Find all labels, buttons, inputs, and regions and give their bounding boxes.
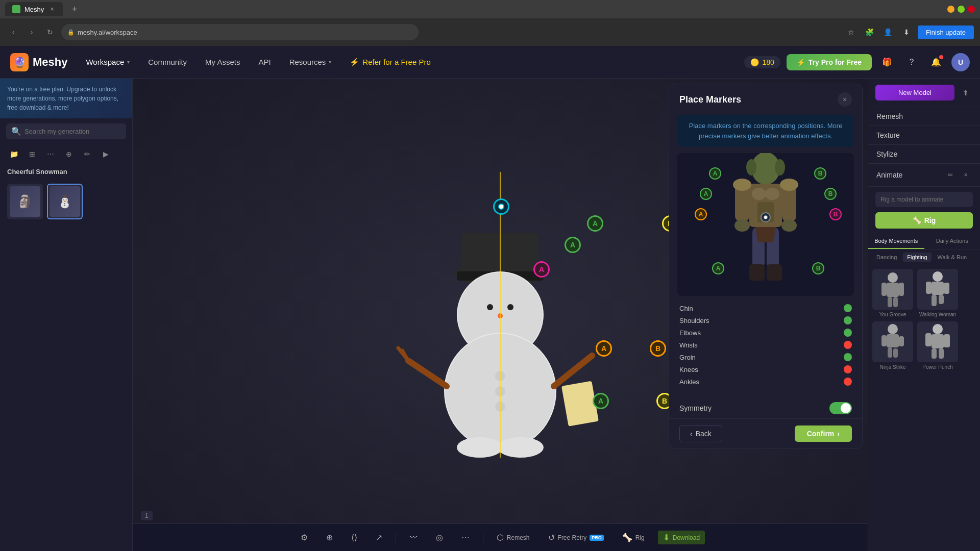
address-bar[interactable]: 🔒 meshy.ai/workspace xyxy=(61,24,419,40)
modal-marker-a-elbow[interactable]: A xyxy=(695,208,707,220)
viewport-3d[interactable]: A B A B A B A B A B xyxy=(133,79,868,551)
nav-community[interactable]: Community xyxy=(140,54,195,70)
nav-api[interactable]: API xyxy=(250,54,279,70)
search-input-wrap[interactable]: 🔍 xyxy=(6,123,126,139)
marker-right-wrist[interactable]: B xyxy=(650,340,666,357)
back-button[interactable]: ‹ xyxy=(6,25,20,39)
help-icon-button[interactable]: ? xyxy=(902,53,921,71)
browser-titlebar: Meshy × + xyxy=(0,0,980,18)
anim-preview-label-2: Walking Woman xyxy=(917,312,958,317)
upload-icon-button[interactable]: ⬆ xyxy=(959,86,973,100)
vp-download-button[interactable]: ⬇ Download xyxy=(658,531,705,544)
marker-left-elbow[interactable]: A xyxy=(533,261,550,278)
marker-hat-left[interactable]: A xyxy=(587,215,603,232)
vp-remesh-button[interactable]: ⬡ Remesh xyxy=(492,531,535,544)
marker-left-foot[interactable]: A xyxy=(593,393,609,409)
anim-preview-2[interactable]: Walking Woman xyxy=(917,269,958,317)
forward-button[interactable]: › xyxy=(24,25,39,39)
minimize-button[interactable] xyxy=(947,6,954,13)
modal-marker-groin-a[interactable]: A xyxy=(712,262,724,274)
nav-my-assets[interactable]: My Assets xyxy=(197,54,248,70)
modal-marker-groin-b[interactable]: B xyxy=(812,262,824,274)
rig-input[interactable] xyxy=(875,192,973,207)
edit-icon-button[interactable]: ✏ xyxy=(80,146,95,162)
vp-tool-4[interactable]: ↗ xyxy=(371,531,387,544)
nav-workspace[interactable]: Workspace ▾ xyxy=(78,54,138,70)
anim-preview-1[interactable]: You Groove xyxy=(872,269,913,317)
logo-text: Meshy xyxy=(33,56,67,69)
rig-button[interactable]: 🦴 Rig xyxy=(875,212,973,229)
profile-icon[interactable]: 👤 xyxy=(881,25,895,39)
new-tab-button[interactable]: + xyxy=(67,2,82,16)
refer-button[interactable]: ⚡ Refer for a Free Pro xyxy=(341,54,438,71)
browser-toolbar: ‹ › ↻ 🔒 meshy.ai/workspace ☆ 🧩 👤 ⬇ Finis… xyxy=(0,18,980,46)
menu-item-stylize[interactable]: Stylize xyxy=(868,145,980,164)
tab-title: Meshy xyxy=(24,6,44,13)
download-icon[interactable]: ⬇ xyxy=(899,25,914,39)
vp-tool-2[interactable]: ⊕ xyxy=(321,531,338,544)
modal-close-button[interactable]: × xyxy=(838,92,852,107)
tab-close-button[interactable]: × xyxy=(48,5,56,13)
animate-edit-button[interactable]: ✏ xyxy=(944,169,957,181)
close-button[interactable] xyxy=(968,6,975,13)
apps-icon-button[interactable]: ⋯ xyxy=(43,146,58,162)
marker-head-top[interactable] xyxy=(493,198,509,215)
modal-marker-a1[interactable]: A xyxy=(709,167,721,180)
vp-rig-button[interactable]: 🦴 Rig xyxy=(617,531,650,544)
anim-preview-3[interactable]: Ninja Strike xyxy=(872,321,913,370)
marker-left-wrist[interactable]: A xyxy=(596,340,612,357)
folder-icon-button[interactable]: 📁 xyxy=(6,146,21,162)
menu-item-remesh[interactable]: Remesh xyxy=(868,107,980,126)
vp-tool-3[interactable]: ⟨⟩ xyxy=(346,531,362,544)
svg-rect-42 xyxy=(887,283,899,297)
search-icon: 🔍 xyxy=(11,127,21,136)
vp-tool-7[interactable]: ⋯ xyxy=(456,531,475,544)
modal-marker-b2[interactable]: B xyxy=(824,188,837,200)
pro-badge: PRO xyxy=(590,535,604,541)
subtab-dancing[interactable]: Dancing xyxy=(872,253,901,262)
anim-preview-4[interactable]: Power Punch xyxy=(917,321,958,370)
reload-button[interactable]: ↻ xyxy=(43,25,57,39)
modal-marker-a2[interactable]: A xyxy=(700,188,712,200)
maximize-button[interactable] xyxy=(958,6,965,13)
animate-row: Animate ✏ × xyxy=(868,164,980,187)
anim-preview-label-4: Power Punch xyxy=(917,364,958,370)
model-thumbnail-1[interactable]: 🗿 xyxy=(7,184,43,219)
subtab-walk-run[interactable]: Walk & Run xyxy=(934,253,971,262)
svg-point-39 xyxy=(733,179,751,191)
symmetry-row: Symmetry xyxy=(669,398,862,418)
search-input[interactable] xyxy=(24,128,121,135)
nav-resources[interactable]: Resources ▾ xyxy=(281,54,340,70)
modal-marker-b1[interactable]: B xyxy=(814,167,826,180)
subtab-fighting[interactable]: Fighting xyxy=(903,253,931,262)
try-pro-button[interactable]: ⚡ Try Pro for Free xyxy=(787,54,872,70)
user-avatar[interactable]: U xyxy=(951,53,970,71)
symmetry-toggle[interactable] xyxy=(829,402,852,414)
run-icon-button[interactable]: ▶ xyxy=(98,146,113,162)
browser-tab[interactable]: Meshy × xyxy=(5,2,63,16)
new-model-button[interactable]: New Model xyxy=(875,85,954,101)
menu-item-texture[interactable]: Texture xyxy=(868,126,980,145)
vp-tool-5[interactable]: 〰 xyxy=(404,531,423,544)
anim-tab-daily[interactable]: Daily Actions xyxy=(924,234,981,249)
vp-free-retry-button[interactable]: ↺ Free Retry PRO xyxy=(543,531,609,544)
finish-update-button[interactable]: Finish update xyxy=(918,26,974,39)
svg-rect-45 xyxy=(888,297,892,307)
anim-tab-body[interactable]: Body Movements xyxy=(868,234,924,249)
vp-tool-6[interactable]: ◎ xyxy=(431,531,448,544)
modal-marker-b-elbow[interactable]: B xyxy=(829,208,842,220)
bookmark-icon[interactable]: ☆ xyxy=(844,25,859,39)
back-button[interactable]: ‹ Back xyxy=(679,425,722,442)
grid-icon-button[interactable]: ⊞ xyxy=(24,146,40,162)
left-sidebar: You're on a free plan. Upgrade to unlock… xyxy=(0,79,133,551)
notification-button[interactable]: 🔔 xyxy=(927,53,945,71)
gift-icon-button[interactable]: 🎁 xyxy=(878,53,896,71)
marker-status-chin xyxy=(844,304,852,312)
model-thumbnail-2[interactable]: ⛄ xyxy=(47,184,83,219)
animate-close-button[interactable]: × xyxy=(960,169,972,181)
marker-left-shoulder[interactable]: A xyxy=(565,237,581,253)
extensions-icon[interactable]: 🧩 xyxy=(863,25,877,39)
add-icon-button[interactable]: ⊕ xyxy=(61,146,77,162)
vp-tool-1[interactable]: ⚙ xyxy=(296,531,313,544)
confirm-button[interactable]: Confirm › xyxy=(795,425,852,442)
